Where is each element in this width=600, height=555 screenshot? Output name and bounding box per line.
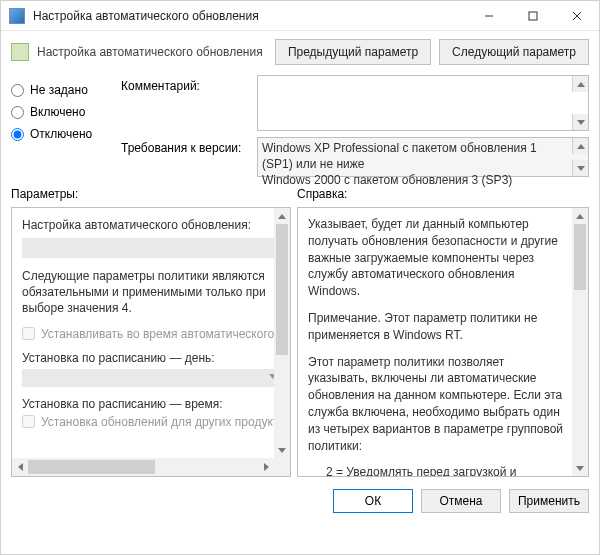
options-hscroll-left[interactable] [12, 458, 28, 476]
options-vscroll-up[interactable] [274, 208, 290, 224]
minimize-button[interactable] [467, 1, 511, 30]
comment-label: Комментарий: [121, 75, 251, 93]
radio-not-configured-label: Не задано [30, 83, 88, 97]
comment-textarea-wrap [257, 75, 589, 131]
option-schedule-time-label: Установка по расписанию — время: [22, 397, 280, 411]
help-text[interactable]: Указывает, будет ли данный компьютер пол… [298, 208, 588, 476]
option-note: Следующие параметры политики являются об… [22, 268, 280, 317]
options-vscroll-down[interactable] [274, 442, 290, 458]
comment-scroll-up[interactable] [572, 76, 588, 92]
help-paragraph-2: Примечание. Этот параметр политики не пр… [308, 310, 566, 344]
upper-config-area: Не задано Включено Отключено Комментарий… [1, 75, 599, 185]
radio-not-configured-input[interactable] [11, 84, 24, 97]
help-vscroll-thumb[interactable] [574, 224, 586, 290]
requirements-label: Требования к версии: [121, 137, 251, 155]
help-vscroll-track[interactable] [572, 224, 588, 460]
option-install-maintenance-checkbox[interactable] [22, 327, 35, 340]
radio-disabled[interactable]: Отключено [11, 123, 121, 145]
requirements-scroll-up[interactable] [572, 138, 588, 154]
comment-textarea[interactable] [258, 76, 572, 130]
previous-setting-button[interactable]: Предыдущий параметр [275, 39, 431, 65]
comment-scroll-down[interactable] [572, 114, 588, 130]
option-schedule-day-dropdown[interactable] [22, 369, 280, 387]
close-button[interactable] [555, 1, 599, 30]
option-install-maintenance[interactable]: Устанавливать во время автоматического о… [22, 327, 280, 341]
radio-enabled[interactable]: Включено [11, 101, 121, 123]
options-hscroll-thumb[interactable] [28, 460, 155, 474]
options-section-label: Параметры: [11, 187, 297, 201]
policy-title: Настройка автоматического обновления [37, 45, 267, 59]
options-inner: Настройка автоматического обновления: Сл… [12, 208, 290, 458]
requirements-row: Требования к версии: Windows XP Professi… [121, 137, 589, 177]
help-vscroll-down[interactable] [572, 460, 588, 476]
window-controls [467, 1, 599, 30]
help-paragraph-3: Этот параметр политики позволяет указыва… [308, 354, 566, 455]
policy-icon [11, 43, 29, 61]
maximize-button[interactable] [511, 1, 555, 30]
help-section-label: Справка: [297, 187, 347, 201]
radio-disabled-input[interactable] [11, 128, 24, 141]
help-paragraph-1: Указывает, будет ли данный компьютер пол… [308, 216, 566, 300]
apply-button[interactable]: Применить [509, 489, 589, 513]
next-setting-button[interactable]: Следующий параметр [439, 39, 589, 65]
state-radio-group: Не задано Включено Отключено [11, 75, 121, 177]
requirements-box: Windows XP Professional с пакетом обновл… [257, 137, 589, 177]
ok-button[interactable]: ОК [333, 489, 413, 513]
help-panel: Указывает, будет ли данный компьютер пол… [297, 207, 589, 477]
svg-rect-1 [529, 12, 537, 20]
fields-column: Комментарий: Требования к версии: Window… [121, 75, 589, 177]
radio-disabled-label: Отключено [30, 127, 92, 141]
options-vscroll-thumb[interactable] [276, 224, 288, 355]
cancel-button[interactable]: Отмена [421, 489, 501, 513]
radio-enabled-label: Включено [30, 105, 85, 119]
dialog-footer: ОК Отмена Применить [1, 483, 599, 523]
requirements-scroll-down[interactable] [572, 160, 588, 176]
radio-not-configured[interactable]: Не задано [11, 79, 121, 101]
options-vscroll-track[interactable] [274, 224, 290, 442]
option-config-title: Настройка автоматического обновления: [22, 218, 280, 232]
requirements-text: Windows XP Professional с пакетом обновл… [262, 141, 537, 187]
policy-header: Настройка автоматического обновления Пре… [1, 31, 599, 75]
window-title: Настройка автоматического обновления [33, 9, 467, 23]
option-config-dropdown[interactable] [22, 238, 280, 258]
help-vscroll-up[interactable] [572, 208, 588, 224]
option-other-products[interactable]: Установка обновлений для других продукто… [22, 415, 280, 429]
options-hscroll-right[interactable] [258, 458, 274, 476]
comment-row: Комментарий: [121, 75, 589, 131]
app-icon [9, 8, 25, 24]
option-other-products-checkbox[interactable] [22, 415, 35, 428]
radio-enabled-input[interactable] [11, 106, 24, 119]
titlebar: Настройка автоматического обновления [1, 1, 599, 31]
help-paragraph-4: 2 = Уведомлять перед загрузкой и установ… [308, 464, 566, 476]
options-hscroll [12, 458, 274, 476]
option-schedule-day-label: Установка по расписанию — день: [22, 351, 280, 365]
main-split: Настройка автоматического обновления: Сл… [1, 203, 599, 483]
options-hscroll-track[interactable] [28, 458, 258, 476]
option-install-maintenance-label: Устанавливать во время автоматического о… [41, 327, 280, 341]
option-other-products-label: Установка обновлений для других продукто… [41, 415, 280, 429]
options-panel: Настройка автоматического обновления: Сл… [11, 207, 291, 477]
options-scroll-corner [274, 458, 290, 476]
policy-editor-window: Настройка автоматического обновления Нас… [0, 0, 600, 555]
